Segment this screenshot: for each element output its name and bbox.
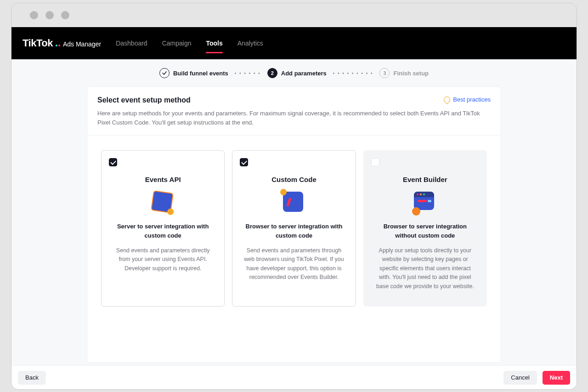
card-title: Select event setup method (97, 96, 191, 104)
step-number-icon: 3 (379, 68, 390, 78)
content-area: Build funnel events • • • • • • 2 Add pa… (11, 59, 577, 365)
brand: TikTok Ads Manager (23, 37, 101, 49)
option-subtitle: Browser to server integration with custo… (241, 222, 347, 240)
stepper: Build funnel events • • • • • • 2 Add pa… (11, 59, 577, 87)
option-checkbox[interactable] (109, 158, 117, 166)
step-add-parameters: 2 Add parameters (267, 68, 327, 78)
browser-frame: TikTok Ads Manager Dashboard Campaign To… (11, 3, 577, 390)
option-events-api[interactable]: Events API Server to server integration … (101, 150, 225, 307)
step-label: Finish setup (393, 70, 429, 77)
nav-analytics[interactable]: Analytics (237, 38, 263, 49)
nav-campaign[interactable]: Campaign (162, 38, 192, 49)
option-description: Apply our setup tools directly to your w… (372, 246, 478, 291)
step-label: Build funnel events (173, 70, 228, 77)
option-subtitle: Browser to server integration without cu… (372, 222, 478, 240)
check-icon (159, 68, 170, 78)
nav-dashboard[interactable]: Dashboard (116, 38, 147, 49)
window-dot (45, 11, 54, 19)
option-checkbox[interactable] (240, 158, 248, 166)
option-custom-code[interactable]: Custom Code Browser to server integratio… (232, 150, 356, 307)
step-finish-setup: 3 Finish setup (379, 68, 429, 78)
best-practices-link[interactable]: Best practices (444, 96, 491, 103)
brand-sub: Ads Manager (63, 40, 101, 48)
nav-tools[interactable]: Tools (206, 38, 222, 49)
setup-card: Select event setup method Best practices… (87, 87, 501, 363)
lightbulb-icon (442, 95, 452, 104)
top-nav: TikTok Ads Manager Dashboard Campaign To… (11, 27, 577, 59)
option-checkbox (371, 158, 379, 166)
stepper-connector: • • • • • • (235, 71, 261, 76)
option-event-builder: Event Builder Browser to server integrat… (363, 150, 487, 307)
option-description: Send events and parameters through web b… (241, 246, 347, 282)
window-icon (414, 192, 436, 214)
card-header: Select event setup method Best practices… (87, 87, 501, 136)
browser-chrome (11, 3, 577, 27)
option-description: Send events and parameters directly from… (110, 246, 216, 273)
cube-icon (152, 192, 174, 214)
step-label: Add parameters (281, 70, 327, 77)
back-button[interactable]: Back (18, 371, 46, 385)
brand-logo: TikTok (23, 37, 53, 49)
stepper-connector: • • • • • • • • • (333, 71, 373, 76)
options-row: Events API Server to server integration … (87, 136, 501, 321)
cancel-button[interactable]: Cancel (503, 371, 537, 385)
option-title: Event Builder (372, 176, 478, 183)
footer-bar: Back Cancel Next (11, 365, 577, 389)
brand-dots-icon (56, 45, 60, 46)
best-practices-label: Best practices (453, 96, 491, 103)
card-description: Here are setup methods for your events a… (97, 109, 483, 127)
next-button[interactable]: Next (543, 371, 570, 385)
code-icon (283, 192, 305, 214)
step-number-icon: 2 (267, 68, 277, 78)
window-dot (61, 11, 69, 19)
option-title: Custom Code (241, 176, 347, 183)
step-build-funnel: Build funnel events (159, 68, 228, 78)
option-subtitle: Server to server integration with custom… (110, 222, 216, 240)
option-title: Events API (110, 176, 216, 183)
window-dot (30, 11, 38, 19)
